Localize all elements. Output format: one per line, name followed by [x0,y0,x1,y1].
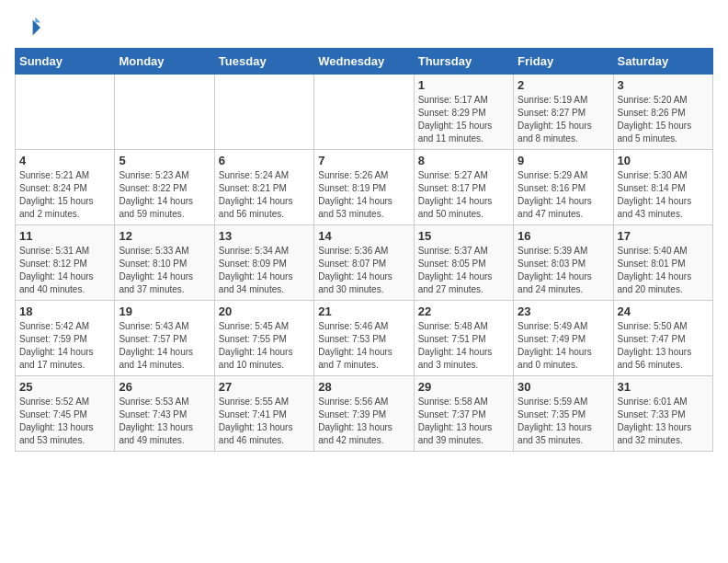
calendar-cell: 2Sunrise: 5:19 AM Sunset: 8:27 PM Daylig… [514,75,613,150]
day-info: Sunrise: 5:49 AM Sunset: 7:49 PM Dayligh… [518,320,609,372]
calendar-header-monday: Monday [115,49,214,75]
calendar-cell: 27Sunrise: 5:55 AM Sunset: 7:41 PM Dayli… [214,376,313,452]
calendar-header-tuesday: Tuesday [214,49,313,75]
calendar-cell: 4Sunrise: 5:21 AM Sunset: 8:24 PM Daylig… [16,150,115,225]
day-info: Sunrise: 5:48 AM Sunset: 7:51 PM Dayligh… [418,320,509,372]
calendar-cell: 19Sunrise: 5:43 AM Sunset: 7:57 PM Dayli… [115,301,214,376]
day-info: Sunrise: 5:33 AM Sunset: 8:10 PM Dayligh… [119,245,210,296]
calendar-cell: 8Sunrise: 5:27 AM Sunset: 8:17 PM Daylig… [414,150,513,225]
day-number: 11 [19,229,110,243]
calendar-table: SundayMondayTuesdayWednesdayThursdayFrid… [15,48,713,452]
day-info: Sunrise: 5:29 AM Sunset: 8:16 PM Dayligh… [518,169,609,221]
calendar-header-saturday: Saturday [613,49,712,75]
calendar-week-row: 11Sunrise: 5:31 AM Sunset: 8:12 PM Dayli… [16,225,713,301]
day-number: 26 [119,380,210,394]
calendar-cell [16,75,115,150]
day-number: 19 [119,304,210,318]
calendar-cell: 26Sunrise: 5:53 AM Sunset: 7:43 PM Dayli… [115,376,214,452]
day-info: Sunrise: 5:31 AM Sunset: 8:12 PM Dayligh… [19,245,110,296]
day-info: Sunrise: 5:19 AM Sunset: 8:27 PM Dayligh… [518,94,609,145]
calendar-cell: 13Sunrise: 5:34 AM Sunset: 8:09 PM Dayli… [214,225,313,301]
svg-marker-1 [35,17,40,23]
calendar-cell [214,75,313,150]
calendar-header-row: SundayMondayTuesdayWednesdayThursdayFrid… [16,49,713,75]
day-info: Sunrise: 5:46 AM Sunset: 7:53 PM Dayligh… [318,320,409,372]
day-info: Sunrise: 5:59 AM Sunset: 7:35 PM Dayligh… [518,396,609,447]
day-number: 25 [19,380,110,394]
day-info: Sunrise: 5:27 AM Sunset: 8:17 PM Dayligh… [418,169,509,221]
calendar-cell: 3Sunrise: 5:20 AM Sunset: 8:26 PM Daylig… [613,75,712,150]
day-info: Sunrise: 5:34 AM Sunset: 8:09 PM Dayligh… [219,245,310,296]
day-number: 8 [418,154,509,167]
calendar-cell: 6Sunrise: 5:24 AM Sunset: 8:21 PM Daylig… [214,150,313,225]
calendar-cell: 11Sunrise: 5:31 AM Sunset: 8:12 PM Dayli… [16,225,115,301]
day-number: 27 [219,380,310,394]
day-number: 2 [518,78,609,92]
calendar-header-friday: Friday [514,49,613,75]
day-info: Sunrise: 5:50 AM Sunset: 7:47 PM Dayligh… [618,320,709,372]
day-info: Sunrise: 5:43 AM Sunset: 7:57 PM Dayligh… [119,320,210,372]
calendar-cell: 22Sunrise: 5:48 AM Sunset: 7:51 PM Dayli… [414,301,513,376]
calendar-cell: 9Sunrise: 5:29 AM Sunset: 8:16 PM Daylig… [514,150,613,225]
day-number: 17 [618,229,709,243]
calendar-cell: 30Sunrise: 5:59 AM Sunset: 7:35 PM Dayli… [514,376,613,452]
day-number: 30 [518,380,609,394]
calendar-cell: 24Sunrise: 5:50 AM Sunset: 7:47 PM Dayli… [613,301,712,376]
calendar-cell: 14Sunrise: 5:36 AM Sunset: 8:07 PM Dayli… [314,225,414,301]
day-number: 9 [518,154,609,167]
calendar-cell: 12Sunrise: 5:33 AM Sunset: 8:10 PM Dayli… [115,225,214,301]
logo-icon [15,15,40,40]
day-info: Sunrise: 5:30 AM Sunset: 8:14 PM Dayligh… [618,169,709,221]
calendar-header-thursday: Thursday [414,49,513,75]
day-info: Sunrise: 5:36 AM Sunset: 8:07 PM Dayligh… [318,245,409,296]
calendar-cell: 10Sunrise: 5:30 AM Sunset: 8:14 PM Dayli… [613,150,712,225]
day-number: 15 [418,229,509,243]
day-info: Sunrise: 5:26 AM Sunset: 8:19 PM Dayligh… [318,169,409,221]
day-number: 16 [518,229,609,243]
day-number: 10 [618,154,709,167]
day-info: Sunrise: 5:55 AM Sunset: 7:41 PM Dayligh… [219,396,310,447]
calendar-cell: 28Sunrise: 5:56 AM Sunset: 7:39 PM Dayli… [314,376,414,452]
day-number: 23 [518,304,609,318]
day-number: 28 [318,380,409,394]
day-number: 21 [318,304,409,318]
day-info: Sunrise: 5:23 AM Sunset: 8:22 PM Dayligh… [119,169,210,221]
day-number: 5 [119,154,210,167]
day-info: Sunrise: 5:58 AM Sunset: 7:37 PM Dayligh… [418,396,509,447]
calendar-week-row: 18Sunrise: 5:42 AM Sunset: 7:59 PM Dayli… [16,301,713,376]
day-number: 13 [219,229,310,243]
day-number: 24 [618,304,709,318]
day-info: Sunrise: 5:39 AM Sunset: 8:03 PM Dayligh… [518,245,609,296]
calendar-cell [314,75,414,150]
calendar-cell: 5Sunrise: 5:23 AM Sunset: 8:22 PM Daylig… [115,150,214,225]
day-number: 22 [418,304,509,318]
calendar-cell: 25Sunrise: 5:52 AM Sunset: 7:45 PM Dayli… [16,376,115,452]
day-number: 4 [19,154,110,167]
day-number: 14 [318,229,409,243]
calendar-cell: 29Sunrise: 5:58 AM Sunset: 7:37 PM Dayli… [414,376,513,452]
day-number: 31 [618,380,709,394]
calendar-cell: 23Sunrise: 5:49 AM Sunset: 7:49 PM Dayli… [514,301,613,376]
calendar-cell: 15Sunrise: 5:37 AM Sunset: 8:05 PM Dayli… [414,225,513,301]
day-info: Sunrise: 6:01 AM Sunset: 7:33 PM Dayligh… [618,396,709,447]
logo [15,15,44,40]
day-number: 29 [418,380,509,394]
day-number: 20 [219,304,310,318]
calendar-header-sunday: Sunday [16,49,115,75]
calendar-cell: 7Sunrise: 5:26 AM Sunset: 8:19 PM Daylig… [314,150,414,225]
day-info: Sunrise: 5:53 AM Sunset: 7:43 PM Dayligh… [119,396,210,447]
day-number: 6 [219,154,310,167]
day-info: Sunrise: 5:20 AM Sunset: 8:26 PM Dayligh… [618,94,709,145]
day-number: 3 [618,78,709,92]
day-info: Sunrise: 5:37 AM Sunset: 8:05 PM Dayligh… [418,245,509,296]
calendar-cell: 31Sunrise: 6:01 AM Sunset: 7:33 PM Dayli… [613,376,712,452]
day-info: Sunrise: 5:21 AM Sunset: 8:24 PM Dayligh… [19,169,110,221]
calendar-cell: 17Sunrise: 5:40 AM Sunset: 8:01 PM Dayli… [613,225,712,301]
calendar-header-wednesday: Wednesday [314,49,414,75]
day-info: Sunrise: 5:24 AM Sunset: 8:21 PM Dayligh… [219,169,310,221]
calendar-week-row: 1Sunrise: 5:17 AM Sunset: 8:29 PM Daylig… [16,75,713,150]
day-info: Sunrise: 5:56 AM Sunset: 7:39 PM Dayligh… [318,396,409,447]
header [15,15,713,40]
day-number: 7 [318,154,409,167]
calendar-cell: 21Sunrise: 5:46 AM Sunset: 7:53 PM Dayli… [314,301,414,376]
